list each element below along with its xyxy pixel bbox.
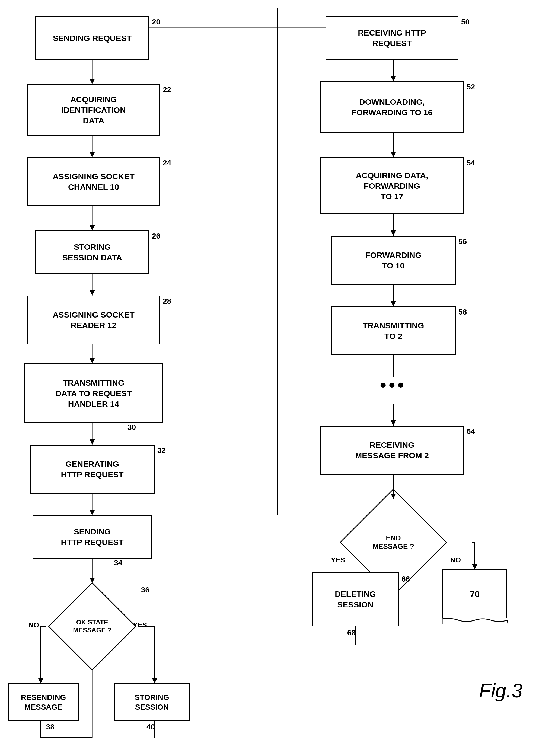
label-64: 64 <box>467 427 475 436</box>
svg-marker-33 <box>391 230 396 236</box>
svg-marker-10 <box>89 358 95 363</box>
svg-marker-35 <box>391 301 396 306</box>
diagram-container: SENDING REQUEST 20 ACQUIRINGIDENTIFICATI… <box>0 0 555 756</box>
box-assigning-socket-channel: ASSIGNING SOCKETCHANNEL 10 <box>27 157 160 206</box>
diamond-ok-state: OK STATEMESSAGE ? <box>46 583 138 670</box>
ellipsis-dots: ••• <box>380 374 407 396</box>
label-68: 68 <box>347 629 356 637</box>
label-40: 40 <box>146 723 155 731</box>
box-sending-http: SENDINGHTTP REQUEST <box>33 515 152 559</box>
box-downloading-forwarding: DOWNLOADING,FORWARDING TO 16 <box>320 81 464 133</box>
label-52: 52 <box>467 83 475 91</box>
svg-marker-45 <box>472 564 477 570</box>
svg-marker-29 <box>391 76 396 81</box>
box-receiving-http: RECEIVING HTTPREQUEST <box>326 16 459 60</box>
box-generating-http: GENERATINGHTTP REQUEST <box>30 445 155 493</box>
doc-wave <box>442 617 509 624</box>
label-66: 66 <box>401 575 410 584</box>
svg-marker-6 <box>89 225 95 230</box>
label-54: 54 <box>467 159 475 167</box>
label-36: 36 <box>141 586 150 594</box>
box-assigning-socket-reader: ASSIGNING SOCKETREADER 12 <box>27 296 160 344</box>
label-38: 38 <box>46 723 54 731</box>
svg-marker-22 <box>152 678 157 683</box>
box-acquiring-id-data: ACQUIRINGIDENTIFICATIONDATA <box>27 84 160 136</box>
svg-marker-12 <box>89 439 95 445</box>
label-20: 20 <box>152 17 160 26</box>
fig-label: Fig.3 <box>479 679 522 702</box>
label-yes-36: YES <box>133 621 147 629</box>
box-resending-message: RESENDINGMESSAGE <box>8 683 79 721</box>
svg-marker-38 <box>391 420 396 426</box>
label-22: 22 <box>163 85 171 94</box>
label-32: 32 <box>157 446 166 455</box>
svg-marker-8 <box>89 290 95 296</box>
svg-marker-14 <box>89 510 95 515</box>
svg-marker-31 <box>391 152 396 157</box>
box-storing-session: STORINGSESSION <box>114 683 190 721</box>
label-56: 56 <box>459 237 467 246</box>
box-storing-session-data: STORINGSESSION DATA <box>35 230 149 274</box>
label-58: 58 <box>459 308 467 316</box>
box-acquiring-data-forwarding: ACQUIRING DATA,FORWARDINGTO 17 <box>320 157 464 214</box>
label-28: 28 <box>163 297 171 306</box>
svg-marker-4 <box>89 152 95 157</box>
label-no-end: NO <box>450 556 461 564</box>
label-yes-end: YES <box>331 556 345 564</box>
box-forwarding-to-10: FORWARDINGTO 10 <box>331 236 456 285</box>
label-no-36: NO <box>29 621 39 629</box>
box-deleting-session: DELETINGSESSION <box>312 572 399 626</box>
box-transmitting-to-2: TRANSMITTINGTO 2 <box>331 306 456 355</box>
box-70: 70 <box>442 570 507 618</box>
svg-marker-19 <box>38 678 43 683</box>
label-26: 26 <box>152 232 160 240</box>
label-30: 30 <box>127 423 136 432</box>
label-34: 34 <box>114 559 122 567</box>
label-50: 50 <box>461 17 470 26</box>
svg-marker-2 <box>89 79 95 84</box>
box-receiving-message: RECEIVINGMESSAGE FROM 2 <box>320 426 464 475</box>
box-transmitting-data: TRANSMITTINGDATA TO REQUESTHANDLER 14 <box>25 363 163 423</box>
label-24: 24 <box>163 159 171 167</box>
box-sending-request: SENDING REQUEST <box>35 16 149 60</box>
